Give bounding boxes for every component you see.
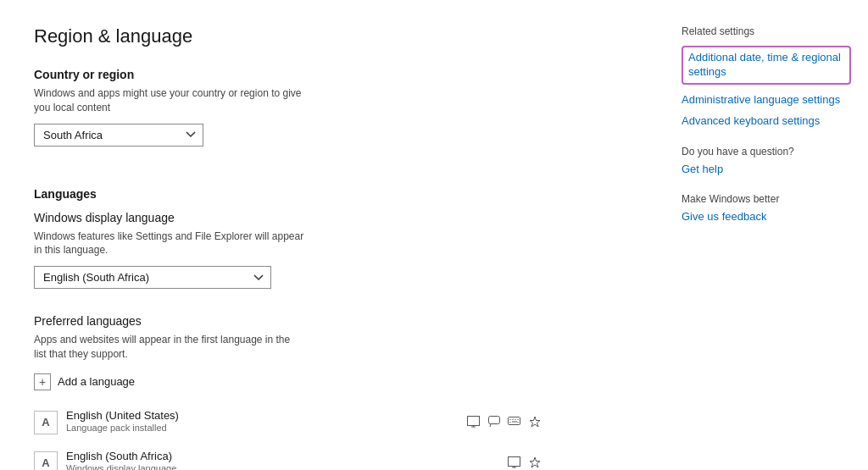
plus-icon: + [34, 373, 51, 390]
question-title: Do you have a question? [682, 146, 851, 158]
preferred-languages-desc: Apps and websites will appear in the fir… [34, 333, 305, 362]
set-display-language-icon[interactable] [466, 414, 481, 429]
sidebar: Related settings Additional date, time &… [665, 0, 868, 470]
question-section: Do you have a question? Get help [682, 146, 851, 177]
language-icon-en-za: A [34, 451, 58, 470]
language-actions-en-za [507, 455, 542, 470]
language-icon-en-us: A [34, 411, 58, 434]
svg-rect-12 [509, 456, 520, 466]
give-feedback-link[interactable]: Give us feedback [682, 210, 851, 224]
svg-rect-0 [468, 416, 480, 425]
related-settings-title: Related settings [682, 25, 851, 37]
country-select[interactable]: South Africa United States United Kingdo… [34, 124, 203, 147]
keyboard-icon[interactable] [507, 414, 522, 429]
language-sub-en-za: Windows display language [66, 463, 176, 470]
add-language-button[interactable]: + Add a language [34, 370, 135, 394]
language-name-en-za: English (South Africa) [66, 450, 176, 462]
country-section-desc: Windows and apps might use your country … [34, 86, 305, 115]
options-icon-za[interactable] [527, 455, 542, 470]
display-language-select[interactable]: English (South Africa) English (United S… [34, 266, 271, 289]
improve-title: Make Windows better [682, 193, 851, 205]
languages-section-title: Languages [34, 187, 542, 201]
improve-section: Make Windows better Give us feedback [682, 193, 851, 224]
language-actions-en-us [466, 414, 542, 429]
add-language-label: Add a language [58, 375, 135, 388]
svg-rect-3 [488, 416, 499, 423]
display-language-label: Windows display language [34, 211, 542, 224]
language-name-en-us: English (United States) [66, 409, 179, 422]
svg-rect-4 [509, 417, 520, 425]
options-icon[interactable] [527, 414, 542, 429]
language-sub-en-us: Language pack installed [66, 423, 179, 433]
set-display-language-icon-za[interactable] [507, 455, 522, 470]
speech-icon[interactable] [487, 414, 502, 429]
country-section-title: Country or region [34, 68, 542, 81]
get-help-link[interactable]: Get help [682, 163, 851, 177]
display-language-desc: Windows features like Settings and File … [34, 229, 305, 258]
language-list: A English (United States) Language pack … [34, 406, 542, 470]
advanced-keyboard-link[interactable]: Advanced keyboard settings [682, 114, 851, 129]
administrative-language-link[interactable]: Administrative language settings [682, 93, 851, 108]
additional-date-time-link[interactable]: Additional date, time & regional setting… [682, 46, 851, 85]
preferred-languages-label: Preferred languages [34, 314, 542, 328]
list-item: A English (United States) Language pack … [34, 406, 542, 438]
page-title: Region & language [34, 25, 542, 47]
list-item: A English (South Africa) Windows display… [34, 446, 542, 470]
